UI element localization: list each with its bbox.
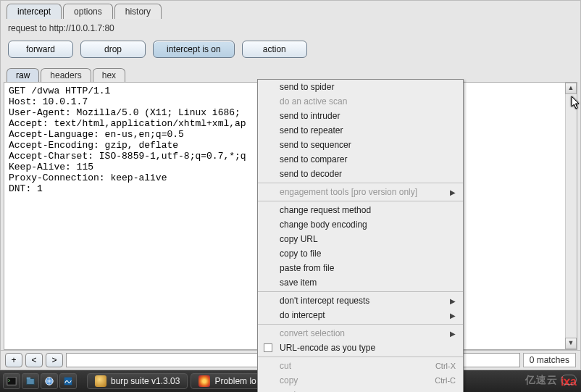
ctx-active-scan: do an active scan [258, 94, 463, 109]
scroll-up-button[interactable]: ▲ [565, 83, 577, 94]
ctx-engagement-label: engagement tools [pro version only] [280, 187, 417, 197]
intercept-toggle-button[interactable]: intercept is on [153, 41, 235, 58]
action-button[interactable]: action [242, 41, 307, 58]
ctx-do-intercept[interactable]: do intercept ▶ [258, 308, 463, 322]
action-button-row: forward drop intercept is on action [1, 41, 580, 68]
submenu-arrow-icon: ▶ [450, 330, 456, 338]
search-matches-label: 0 matches [523, 353, 576, 367]
svg-rect-1 [27, 379, 35, 385]
request-target-label: request to http://10.0.1.7:80 [1, 19, 580, 41]
submenu-arrow-icon: ▶ [450, 297, 456, 305]
ctx-separator [258, 356, 463, 357]
tab-options[interactable]: options [63, 4, 113, 19]
taskbar-app-label: Problem lo [214, 376, 256, 386]
tab-intercept[interactable]: intercept [7, 4, 62, 19]
tray-launchers [3, 373, 77, 389]
ctx-paste[interactable]: paste Ctrl-V [258, 388, 463, 392]
taskbar-app-burp[interactable]: burp suite v1.3.03 [87, 373, 188, 389]
ctx-cut-label: cut [280, 361, 291, 371]
ctx-convert-label: convert selection [280, 328, 345, 338]
launcher-wireshark-icon[interactable] [59, 373, 77, 389]
ctx-send-to-spider[interactable]: send to spider [258, 80, 463, 94]
firefox-icon [198, 375, 210, 387]
ctx-copy-label: copy [280, 375, 298, 385]
tab-hex[interactable]: hex [93, 68, 125, 82]
ctx-send-to-comparer[interactable]: send to comparer [258, 152, 463, 167]
submenu-arrow-icon: ▶ [450, 312, 456, 320]
ctx-cut: cut Ctrl-X [258, 359, 463, 373]
ctx-dont-intercept[interactable]: don't intercept requests ▶ [258, 293, 463, 308]
forward-button[interactable]: forward [8, 41, 73, 58]
launcher-files-icon[interactable] [22, 373, 39, 389]
search-next-button[interactable]: > [46, 353, 63, 367]
ctx-separator [258, 183, 463, 183]
ctx-dont-intercept-label: don't intercept requests [280, 296, 369, 306]
ctx-url-encode-label: URL-encode as you type [280, 343, 375, 353]
taskbar-app-firefox[interactable]: Problem lo [191, 373, 264, 389]
search-prev-button[interactable]: < [25, 353, 43, 367]
search-add-button[interactable]: + [5, 353, 22, 367]
ctx-send-to-sequencer[interactable]: send to sequencer [258, 138, 463, 152]
context-menu: send to spider do an active scan send to… [257, 79, 464, 392]
ctx-separator [258, 201, 463, 201]
ctx-copy-url[interactable]: copy URL [258, 232, 463, 246]
top-tabs: intercept options history [1, 1, 580, 19]
launcher-terminal-icon[interactable] [3, 373, 20, 389]
svg-rect-2 [27, 378, 30, 380]
ctx-separator [258, 324, 463, 325]
java-icon [95, 375, 106, 387]
tab-raw[interactable]: raw [7, 68, 39, 82]
launcher-globe-icon[interactable] [41, 373, 58, 389]
ctx-save-item[interactable]: save item [258, 275, 463, 290]
scroll-down-button[interactable]: ▼ [565, 338, 577, 349]
ctx-change-request-method[interactable]: change request method [258, 203, 463, 217]
ctx-do-intercept-label: do intercept [280, 310, 325, 320]
drop-button[interactable]: drop [80, 41, 146, 58]
ctx-separator [258, 291, 463, 292]
ctx-change-body-encoding[interactable]: change body encoding [258, 217, 463, 232]
ctx-send-to-decoder[interactable]: send to decoder [258, 167, 463, 181]
ctx-url-encode-toggle[interactable]: URL-encode as you type [258, 341, 463, 355]
submenu-arrow-icon: ▶ [450, 188, 456, 196]
ctx-send-to-intruder[interactable]: send to intruder [258, 109, 463, 123]
ctx-send-to-repeater[interactable]: send to repeater [258, 123, 463, 138]
tab-headers[interactable]: headers [41, 68, 91, 82]
ctx-copy-to-file[interactable]: copy to file [258, 246, 463, 261]
shortcut-label: Ctrl-X [435, 362, 456, 370]
ctx-copy: copy Ctrl-C [258, 373, 463, 388]
watermark: 亿速云 [525, 373, 577, 387]
tab-history[interactable]: history [114, 4, 162, 19]
ctx-engagement-tools: engagement tools [pro version only] ▶ [258, 185, 463, 199]
checkbox-icon [264, 343, 272, 352]
vertical-scrollbar[interactable]: ▲ ▼ [565, 83, 577, 349]
taskbar-app-label: burp suite v1.3.03 [111, 376, 180, 386]
svg-rect-0 [7, 378, 16, 385]
shortcut-label: Ctrl-C [435, 376, 456, 385]
ctx-convert-selection: convert selection ▶ [258, 326, 463, 341]
ctx-paste-from-file[interactable]: paste from file [258, 261, 463, 275]
